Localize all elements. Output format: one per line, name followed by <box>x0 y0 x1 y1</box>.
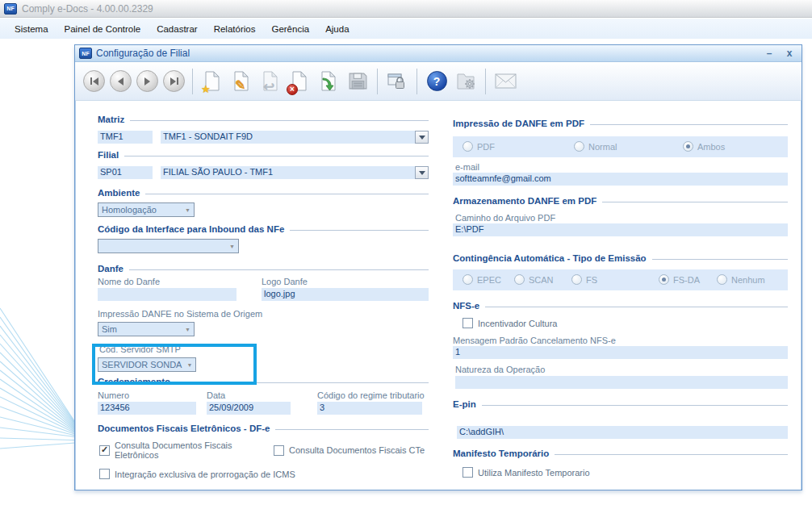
interface-inbound-combobox[interactable]: ▼ <box>98 239 239 253</box>
toolbar-separator <box>416 69 417 94</box>
radio-item-epec[interactable]: EPEC <box>463 274 501 285</box>
previous-record-icon <box>118 77 123 86</box>
menu-painel-de-controle[interactable]: Painel de Controle <box>57 21 149 37</box>
regime-label: Código do regime tributario <box>317 390 429 400</box>
group-heading-interface-inbound: Código da Interface para Inbound das NFe <box>98 224 429 234</box>
matriz-combobox[interactable]: TMF1 - SONDAIT F9D <box>161 131 429 144</box>
pencil-icon: ✎ <box>235 79 245 92</box>
utiliza-manifesto-checkbox[interactable] <box>463 467 473 478</box>
configuracao-de-filial-dialog: NF Configuração de Filial – x ★ ✎ <box>74 44 802 490</box>
menu-relatorios[interactable]: Relatórios <box>206 21 264 37</box>
star-icon: ★ <box>201 84 211 94</box>
fs-da-radio[interactable] <box>659 274 669 285</box>
chevron-down-icon <box>419 136 425 140</box>
radio-item-pdf[interactable]: PDF <box>463 141 495 152</box>
app-logo-icon: NF <box>4 3 17 15</box>
matriz-dropdown-button[interactable] <box>415 131 429 144</box>
toolbar-separator <box>377 69 378 94</box>
checkbox-item-manifesto[interactable]: Utiliza Manifesto Temporario <box>453 467 788 478</box>
logo-danfe-field[interactable]: logo.jpg <box>262 288 429 301</box>
pdf-radio[interactable] <box>463 141 473 152</box>
dialog-minimize-button[interactable]: – <box>761 48 777 59</box>
group-heading-epin: E-pin <box>453 399 788 409</box>
filial-combobox[interactable]: FILIAL SÃO PAULO - TMF1 <box>161 166 429 179</box>
incentivador-cultura-checkbox[interactable] <box>463 318 473 328</box>
fs-radio[interactable] <box>571 274 582 285</box>
data-field[interactable]: 25/09/2009 <box>207 402 291 415</box>
radio-item-fs[interactable]: FS <box>571 274 597 285</box>
radio-item-ambos[interactable]: Ambos <box>683 141 725 152</box>
integracao-icms-checkbox[interactable] <box>99 469 110 479</box>
email-field[interactable]: softteamnfe@gmail.com <box>453 173 788 186</box>
delete-record-button[interactable]: × <box>287 69 312 94</box>
delete-x-icon: × <box>287 84 298 95</box>
radio-item-scan[interactable]: SCAN <box>514 274 554 285</box>
radio-item-nenhum[interactable]: Nenhum <box>717 274 765 285</box>
radio-item-fs-da[interactable]: FS-DA <box>659 274 700 285</box>
matriz-code-field[interactable]: TMF1 <box>98 131 153 144</box>
menu-bar: Sistema Painel de Controle Cadastrar Rel… <box>0 19 812 39</box>
matriz-name-value: TMF1 - SONDAIT F9D <box>161 131 415 144</box>
scan-radio[interactable] <box>514 274 525 285</box>
numero-field[interactable]: 123456 <box>98 402 196 415</box>
main-window-titlebar: NF Comply e-Docs - 4.00.00.2329 <box>0 0 812 18</box>
last-record-icon <box>170 77 176 86</box>
nav-last-button[interactable] <box>163 70 185 92</box>
first-record-icon <box>90 77 92 85</box>
normal-radio[interactable] <box>574 141 584 152</box>
epec-radio[interactable] <box>463 274 473 285</box>
next-record-icon <box>144 77 150 86</box>
menu-cadastrar[interactable]: Cadastrar <box>149 21 206 37</box>
numero-label: Numero <box>98 390 207 400</box>
export-button[interactable] <box>316 69 341 94</box>
consulta-dfe-checkbox[interactable] <box>99 445 110 456</box>
checkbox-item-consulta-cte[interactable]: Consulta Documentos Fiscais CTe <box>274 440 425 460</box>
email-button[interactable] <box>493 69 517 94</box>
undo-button[interactable]: ↩ <box>258 69 283 94</box>
checkbox-item-integracao-icms[interactable]: Integração exclusiva de prorrogação de I… <box>99 469 295 479</box>
impressao-origem-combobox[interactable]: Sim▼ <box>98 322 195 336</box>
nenhum-radio[interactable] <box>717 274 727 285</box>
filial-code-field[interactable]: SP01 <box>98 166 153 179</box>
nome-danfe-field[interactable] <box>98 288 236 301</box>
toolbar-separator <box>192 69 193 94</box>
consulta-cte-checkbox[interactable] <box>274 445 284 456</box>
menu-sistema[interactable]: Sistema <box>6 21 57 37</box>
contingencia-radio-group: EPEC SCAN FS FS-DA Nenhum <box>453 269 788 290</box>
filial-name-value: FILIAL SÃO PAULO - TMF1 <box>161 166 415 179</box>
toolbar-separator <box>485 69 486 94</box>
chevron-down-icon: ▼ <box>180 327 190 332</box>
filial-dropdown-button[interactable] <box>415 166 429 179</box>
chevron-down-icon: ▼ <box>224 244 235 249</box>
caminho-pdf-label: Caminho do Arquivo PDF <box>453 213 788 223</box>
menu-ajuda[interactable]: Ajuda <box>317 21 357 37</box>
lock-button[interactable] <box>385 69 409 94</box>
dialog-close-button[interactable]: x <box>781 48 797 59</box>
group-heading-matriz: Matriz <box>98 115 429 124</box>
menu-gerencia[interactable]: Gerência <box>263 21 317 37</box>
mensagem-cancelamento-field[interactable]: 1 <box>453 346 788 359</box>
right-form-column: Impressão de DANFE em PDF PDF Normal Amb… <box>453 119 788 478</box>
regime-field[interactable]: 3 <box>317 402 422 415</box>
ambiente-combobox[interactable]: Homologação▼ <box>98 202 195 217</box>
checkbox-item-incentivador[interactable]: Incentivador Cultura <box>453 318 788 328</box>
checkbox-item-consulta-dfe[interactable]: Consulta Documentos Fiscais Eletrônicos <box>99 440 274 460</box>
save-button[interactable] <box>345 69 370 94</box>
group-heading-ambiente: Ambiente <box>98 188 429 198</box>
caminho-pdf-field[interactable]: E:\PDF <box>453 223 788 236</box>
nome-danfe-label: Nome do Danfe <box>98 277 262 286</box>
nav-first-button[interactable] <box>83 70 105 92</box>
group-heading-dfe: Documentos Fiscais Eletrônicos - DF-e <box>98 424 429 433</box>
edit-record-button[interactable]: ✎ <box>229 69 253 94</box>
ambos-radio[interactable] <box>683 141 693 152</box>
new-record-button[interactable]: ★ <box>200 69 224 94</box>
natureza-operacao-field[interactable] <box>455 376 788 389</box>
radio-item-normal[interactable]: Normal <box>574 141 617 152</box>
help-button[interactable]: ? <box>425 69 449 94</box>
settings-button[interactable] <box>454 69 478 94</box>
nav-next-button[interactable] <box>136 70 158 92</box>
epin-path-field[interactable]: C:\addGIH\ <box>457 426 788 439</box>
smtp-server-combobox[interactable]: SERVIDOR SONDA▼ <box>98 357 196 372</box>
nav-previous-button[interactable] <box>110 70 132 92</box>
group-heading-credenciamento: Credenciamento <box>98 377 429 386</box>
